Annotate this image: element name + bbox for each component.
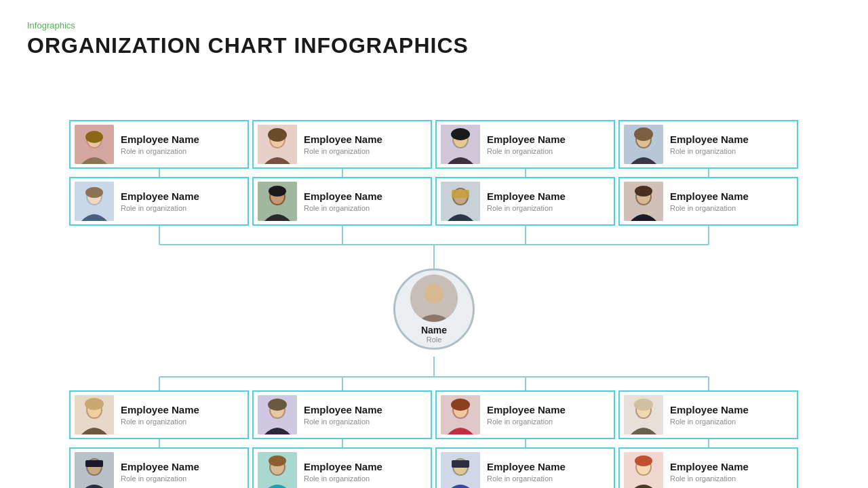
card-top-2-2: Employee Name Role in organization — [252, 177, 432, 226]
svg-point-35 — [269, 186, 286, 197]
svg-point-65 — [268, 399, 287, 411]
card-top-2-1: Employee Name Role in organization — [252, 120, 432, 169]
emp-name-top-1-1: Employee Name — [121, 134, 199, 146]
svg-point-69 — [269, 455, 286, 466]
emp-info-top-2-1: Employee Name Role in organization — [304, 134, 382, 155]
emp-role-bot-2-2: Role in organization — [304, 474, 382, 483]
emp-role-bot-4-2: Role in organization — [670, 474, 749, 483]
avatar-top-2-1 — [258, 125, 297, 164]
svg-point-23 — [85, 131, 103, 143]
emp-info-bot-1-1: Employee Name Role in organization — [121, 404, 199, 426]
emp-role-top-2-2: Role in organization — [304, 204, 382, 212]
emp-role-top-1-1: Role in organization — [121, 147, 199, 155]
card-top-1-1: Employee Name Role in organization — [69, 120, 249, 169]
avatar-top-2-2 — [258, 182, 297, 221]
emp-name-top-2-2: Employee Name — [304, 190, 382, 203]
emp-role-bot-4-1: Role in organization — [670, 418, 749, 426]
avatar-bot-4-2 — [624, 452, 663, 488]
avatar-top-3-1 — [441, 125, 480, 164]
card-top-1-2: Employee Name Role in organization — [69, 177, 249, 226]
page: Infographics ORGANIZATION CHART INFOGRAP… — [0, 0, 868, 488]
card-bot-1-2: Employee Name Role in organization — [69, 447, 249, 488]
emp-info-top-1-2: Employee Name Role in organization — [121, 190, 199, 212]
emp-name-bot-2-1: Employee Name — [304, 404, 382, 416]
avatar-bot-2-2 — [258, 452, 297, 488]
emp-info-top-3-1: Employee Name Role in organization — [487, 134, 566, 155]
avatar-top-4-1 — [624, 125, 663, 164]
emp-info-bot-2-1: Employee Name Role in organization — [304, 404, 382, 426]
emp-role-top-1-2: Role in organization — [121, 204, 199, 212]
avatar-top-1-2 — [75, 182, 114, 221]
emp-name-bot-2-2: Employee Name — [304, 461, 382, 473]
svg-point-27 — [85, 187, 103, 198]
emp-name-top-2-1: Employee Name — [304, 134, 382, 146]
avatar-top-3-2 — [441, 182, 480, 221]
avatar-top-1-1 — [75, 125, 114, 164]
card-bot-1-1: Employee Name Role in organization — [69, 390, 249, 439]
svg-point-57 — [85, 398, 104, 410]
emp-info-bot-4-2: Employee Name Role in organization — [670, 461, 749, 483]
card-bot-4-2: Employee Name Role in organization — [618, 447, 798, 488]
emp-role-bot-1-1: Role in organization — [121, 418, 199, 426]
svg-point-85 — [635, 455, 652, 466]
emp-info-bot-3-2: Employee Name Role in organization — [487, 461, 566, 483]
avatar-bot-1-1 — [75, 395, 114, 434]
card-top-4-2: Employee Name Role in organization — [618, 177, 798, 226]
card-top-3-1: Employee Name Role in organization — [435, 120, 615, 169]
emp-name-bot-4-2: Employee Name — [670, 461, 749, 473]
emp-name-bot-3-1: Employee Name — [487, 404, 566, 416]
svg-rect-43 — [452, 190, 469, 198]
svg-rect-77 — [452, 460, 469, 468]
card-bot-3-1: Employee Name Role in organization — [435, 390, 615, 439]
svg-point-39 — [451, 128, 470, 140]
emp-info-top-4-2: Employee Name Role in organization — [670, 190, 749, 212]
svg-point-81 — [634, 399, 653, 411]
avatar-bot-2-1 — [258, 395, 297, 434]
svg-point-51 — [635, 186, 652, 197]
card-top-4-1: Employee Name Role in organization — [618, 120, 798, 169]
emp-role-top-4-2: Role in organization — [670, 204, 749, 212]
center-node: Name Role — [393, 268, 475, 350]
emp-info-bot-1-2: Employee Name Role in organization — [121, 461, 199, 483]
svg-point-53 — [425, 283, 443, 304]
emp-name-bot-1-1: Employee Name — [121, 404, 199, 416]
svg-point-31 — [268, 128, 287, 142]
avatar-bot-3-2 — [441, 452, 480, 488]
emp-name-top-3-2: Employee Name — [487, 190, 566, 203]
emp-role-bot-3-2: Role in organization — [487, 474, 566, 483]
emp-role-bot-3-1: Role in organization — [487, 418, 566, 426]
emp-role-top-3-2: Role in organization — [487, 204, 566, 212]
center-role: Role — [427, 336, 442, 344]
svg-point-73 — [451, 399, 470, 411]
emp-role-top-4-1: Role in organization — [670, 147, 749, 155]
emp-info-top-1-1: Employee Name Role in organization — [121, 134, 199, 155]
card-bot-2-2: Employee Name Role in organization — [252, 447, 432, 488]
emp-name-bot-4-1: Employee Name — [670, 404, 749, 416]
emp-info-bot-2-2: Employee Name Role in organization — [304, 461, 382, 483]
emp-info-top-2-2: Employee Name Role in organization — [304, 190, 382, 212]
card-bot-3-2: Employee Name Role in organization — [435, 447, 615, 488]
emp-name-top-1-2: Employee Name — [121, 190, 199, 203]
avatar-bot-3-1 — [441, 395, 480, 434]
emp-name-bot-3-2: Employee Name — [487, 461, 566, 473]
card-bot-4-1: Employee Name Role in organization — [618, 390, 798, 439]
emp-info-top-4-1: Employee Name Role in organization — [670, 134, 749, 155]
emp-name-top-4-1: Employee Name — [670, 134, 749, 146]
emp-role-top-3-1: Role in organization — [487, 147, 566, 155]
emp-info-top-3-2: Employee Name Role in organization — [487, 190, 566, 212]
svg-point-47 — [634, 127, 653, 141]
header-label: Infographics — [27, 20, 841, 30]
emp-info-bot-4-1: Employee Name Role in organization — [670, 404, 749, 426]
page-title: ORGANIZATION CHART INFOGRAPHICS — [27, 33, 841, 58]
center-avatar — [410, 274, 458, 322]
emp-name-top-4-2: Employee Name — [670, 190, 749, 203]
svg-rect-61 — [85, 460, 103, 467]
org-chart: Employee Name Role in organization Emplo… — [27, 72, 841, 485]
card-bot-2-1: Employee Name Role in organization — [252, 390, 432, 439]
avatar-bot-1-2 — [75, 452, 114, 488]
emp-name-bot-1-2: Employee Name — [121, 461, 199, 473]
avatar-top-4-2 — [624, 182, 663, 221]
card-top-3-2: Employee Name Role in organization — [435, 177, 615, 226]
emp-info-bot-3-1: Employee Name Role in organization — [487, 404, 566, 426]
center-name: Name — [421, 325, 447, 336]
